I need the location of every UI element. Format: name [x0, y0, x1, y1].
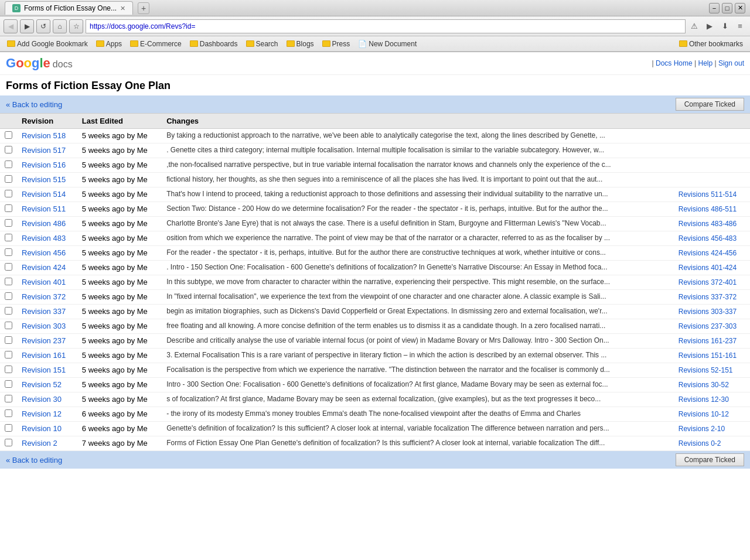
revision-checkbox[interactable]	[5, 278, 12, 285]
last-edited-cell: 5 weeks ago by Me	[77, 363, 162, 378]
revision-link[interactable]: Revision 456	[22, 248, 66, 257]
revision-link[interactable]: Revision 518	[22, 131, 66, 140]
revisions-range-link[interactable]: Revisions 151-161	[679, 351, 737, 360]
bookmark-dashboards[interactable]: Dashboards	[186, 39, 241, 49]
revisions-range-link[interactable]: Revisions 12-30	[679, 395, 729, 404]
active-tab[interactable]: D Forms of Fiction Essay One... ✕	[5, 1, 133, 15]
back-to-editing-link-top[interactable]: « Back to editing	[6, 100, 62, 109]
revisions-range-link[interactable]: Revisions 337-372	[679, 293, 737, 301]
refresh-button[interactable]: ↺	[36, 19, 50, 33]
revision-link[interactable]: Revision 151	[22, 366, 66, 374]
bookmark-other[interactable]: Other bookmarks	[676, 39, 746, 49]
revision-checkbox[interactable]	[5, 395, 12, 402]
revision-checkbox[interactable]	[5, 409, 12, 417]
docs-home-link[interactable]: Docs Home	[656, 59, 693, 67]
minimize-button[interactable]: −	[709, 3, 720, 13]
revision-checkbox[interactable]	[5, 322, 12, 329]
revision-link[interactable]: Revision 30	[22, 395, 62, 404]
maximize-button[interactable]: □	[722, 3, 732, 13]
changes-cell: begin as imitation biographies, such as …	[162, 305, 674, 319]
revisions-range-link[interactable]: Revisions 161-237	[679, 337, 737, 345]
revision-checkbox[interactable]	[5, 131, 12, 139]
revision-checkbox[interactable]	[5, 439, 12, 446]
revisions-table-wrapper: Revision Last Edited Changes Revision 51…	[0, 113, 750, 451]
revision-link[interactable]: Revision 483	[22, 234, 66, 243]
last-edited-cell: 5 weeks ago by Me	[77, 378, 162, 392]
revision-checkbox[interactable]	[5, 204, 12, 212]
revisions-range-link[interactable]: Revisions 30-52	[679, 381, 729, 389]
revision-link[interactable]: Revision 515	[22, 175, 66, 184]
revision-checkbox[interactable]	[5, 219, 12, 227]
revision-link[interactable]: Revision 486	[22, 219, 66, 228]
revision-checkbox[interactable]	[5, 366, 12, 373]
home-button[interactable]: ⌂	[53, 19, 67, 33]
revisions-range-link[interactable]: Revisions 424-456	[679, 249, 737, 257]
revisions-range-link[interactable]: Revisions 303-337	[679, 308, 737, 316]
help-link[interactable]: Help	[698, 59, 712, 67]
revision-checkbox[interactable]	[5, 161, 12, 168]
revisions-range-link[interactable]: Revisions 456-483	[679, 234, 737, 243]
revision-link[interactable]: Revision 12	[22, 409, 62, 418]
revision-link[interactable]: Revision 516	[22, 161, 66, 169]
revision-link[interactable]: Revision 237	[22, 336, 66, 345]
revisions-range-link[interactable]: Revisions 511-514	[679, 190, 737, 199]
revision-link[interactable]: Revision 2	[22, 439, 57, 448]
bookmark-ecommerce[interactable]: E-Commerce	[127, 39, 185, 49]
forward-button[interactable]: ▶	[20, 19, 34, 33]
revision-link[interactable]: Revision 52	[22, 380, 62, 389]
tab-close-btn[interactable]: ✕	[120, 5, 125, 12]
revision-checkbox[interactable]	[5, 263, 12, 271]
revision-checkbox[interactable]	[5, 336, 12, 344]
revision-checkbox[interactable]	[5, 190, 12, 197]
revision-link[interactable]: Revision 401	[22, 278, 66, 286]
revision-checkbox[interactable]	[5, 175, 12, 183]
compare-ticked-button-bottom[interactable]: Compare Ticked	[676, 453, 744, 466]
revisions-range-link[interactable]: Revisions 52-151	[679, 366, 733, 374]
bookmark-apps[interactable]: Apps	[93, 39, 125, 49]
revisions-range-link[interactable]: Revisions 10-12	[679, 410, 729, 418]
star-button[interactable]: ☆	[69, 19, 83, 33]
revisions-range-link[interactable]: Revisions 372-401	[679, 278, 737, 286]
revision-link[interactable]: Revision 337	[22, 307, 66, 316]
revision-link[interactable]: Revision 303	[22, 322, 66, 330]
revision-checkbox[interactable]	[5, 307, 12, 315]
address-bar[interactable]: https://docs.google.com/Revs?id=	[86, 19, 686, 33]
bookmark-press[interactable]: Press	[319, 39, 354, 49]
revisions-range-link[interactable]: Revisions 401-424	[679, 264, 737, 272]
compare-ticked-button-top[interactable]: Compare Ticked	[676, 98, 744, 111]
revision-link[interactable]: Revision 514	[22, 190, 66, 199]
new-tab-button[interactable]: +	[138, 2, 149, 14]
revision-checkbox[interactable]	[5, 146, 12, 153]
revision-checkbox[interactable]	[5, 351, 12, 358]
revision-link[interactable]: Revision 10	[22, 424, 62, 433]
bookmark-search[interactable]: Search	[243, 39, 282, 49]
revisions-range-link[interactable]: Revisions 237-303	[679, 322, 737, 330]
revisions-range-link[interactable]: Revisions 483-486	[679, 220, 737, 228]
close-button[interactable]: ✕	[735, 3, 745, 13]
revision-checkbox[interactable]	[5, 234, 12, 241]
sign-out-link[interactable]: Sign out	[718, 59, 744, 67]
revisions-range-link[interactable]: Revisions 486-511	[679, 205, 737, 213]
download-icon[interactable]: ⬇	[718, 20, 731, 33]
last-edited-cell: 5 weeks ago by Me	[77, 261, 162, 275]
bookmark-add-google[interactable]: Add Google Bookmark	[4, 39, 91, 49]
bookmark-new-document[interactable]: 📄 New Document	[354, 39, 420, 49]
revision-checkbox[interactable]	[5, 292, 12, 300]
revision-link[interactable]: Revision 517	[22, 146, 66, 155]
revisions-range-link[interactable]: Revisions 2-10	[679, 425, 725, 433]
revision-link[interactable]: Revision 161	[22, 351, 66, 360]
revision-checkbox[interactable]	[5, 424, 12, 432]
title-bar: D Forms of Fiction Essay One... ✕ + − □ …	[0, 0, 750, 16]
revision-checkbox[interactable]	[5, 248, 12, 256]
play-icon[interactable]: ▶	[703, 20, 716, 33]
bookmark-blogs[interactable]: Blogs	[283, 39, 318, 49]
revision-link[interactable]: Revision 372	[22, 292, 66, 301]
revision-link[interactable]: Revision 511	[22, 204, 66, 213]
folder-icon	[190, 40, 198, 47]
revision-link[interactable]: Revision 424	[22, 263, 66, 272]
back-button[interactable]: ◀	[4, 19, 18, 33]
menu-icon[interactable]: ≡	[734, 20, 746, 33]
back-to-editing-link-bottom[interactable]: « Back to editing	[6, 456, 62, 465]
revision-checkbox[interactable]	[5, 380, 12, 388]
revisions-range-link[interactable]: Revisions 0-2	[679, 439, 721, 448]
